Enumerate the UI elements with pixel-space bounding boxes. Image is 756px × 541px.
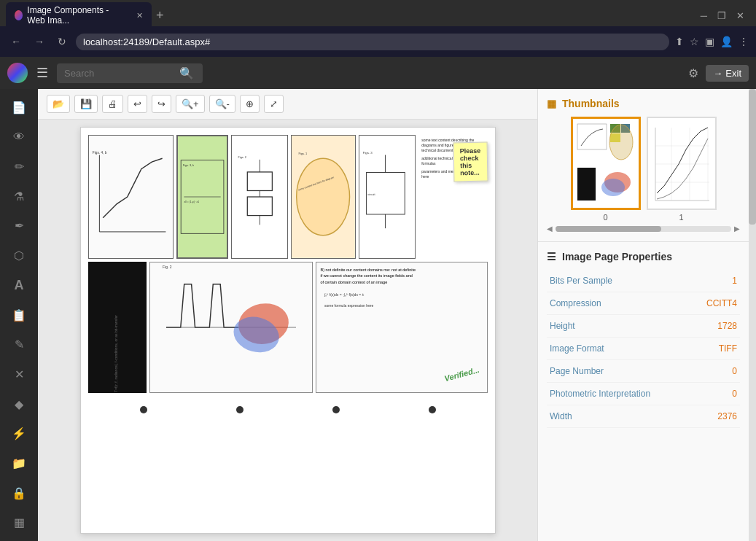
forward-button[interactable]: → — [31, 34, 48, 49]
search-input[interactable] — [64, 68, 174, 79]
print-button[interactable]: 🖨 — [102, 95, 123, 113]
prop-value-photometric: 0 — [732, 389, 737, 399]
sidebar-item-pen[interactable]: ✒ — [4, 214, 34, 239]
svg-text:Figs. 3, b: Figs. 3, b — [182, 164, 194, 167]
share-icon[interactable]: ⬆ — [675, 36, 684, 47]
search-box[interactable]: 🔍 — [57, 63, 203, 83]
zoom-out-button[interactable]: 🔍- — [209, 95, 235, 113]
thumbnail-1[interactable]: 1 — [647, 117, 717, 222]
diagram-box-1: Figs. 4, b — [88, 135, 174, 259]
svg-text:Fig. 2: Fig. 2 — [163, 265, 172, 269]
sidebar-item-text[interactable]: A — [4, 273, 34, 298]
prop-value-bits: 1 — [732, 276, 737, 286]
svg-rect-8 — [247, 197, 272, 216]
redo-button[interactable]: ↪ — [152, 95, 171, 113]
prop-value-pagenumber: 0 — [732, 366, 737, 376]
prop-value-width: 2376 — [717, 411, 737, 421]
note-callout: Pleasecheckthisnote... — [453, 142, 488, 182]
sidebar-item-barcode[interactable]: ▦ — [4, 510, 34, 535]
back-button[interactable]: ← — [7, 34, 25, 49]
bookmark-icon[interactable]: ☆ — [690, 36, 699, 47]
thumbnails-scrollbar-row: ◀ ▶ — [547, 225, 740, 233]
prop-label-compression: Compression — [550, 298, 706, 308]
prop-row-height: Height 1728 — [547, 315, 740, 338]
expand-button[interactable]: ⤢ — [264, 95, 284, 113]
main-scrollbar-thumb — [749, 89, 756, 225]
thumbnails-scrollbar-thumb — [556, 226, 661, 232]
prop-row-format: Image Format TIFF — [547, 338, 740, 360]
diagram-box-4: Figs. 1 some content text here for diagr… — [291, 135, 355, 259]
main-scrollbar[interactable] — [749, 89, 756, 541]
fit-page-button[interactable]: ⊕ — [240, 95, 260, 113]
sidebar-item-edit[interactable]: ✏ — [4, 154, 34, 179]
app-logo — [7, 63, 28, 83]
svg-text:T=f(r, f, radiance), f-conditi: T=f(r, f, radiance), f-conditions, or as… — [114, 315, 118, 392]
left-sidebar: 📄 👁 ✏ ⚗ ✒ ⬡ A 📋 ✎ ✕ ◆ ⚡ 📁 🔒 ▦ — [0, 89, 38, 541]
sidebar-item-eye[interactable]: 👁 — [4, 125, 34, 150]
sidebar-item-cube[interactable]: ⬡ — [4, 243, 34, 268]
svg-rect-34 — [577, 168, 596, 201]
sidebar-item-file[interactable]: 📄 — [4, 95, 34, 120]
thumb-label-1: 1 — [679, 213, 683, 222]
sidebar-item-edit2[interactable]: ✎ — [4, 332, 34, 357]
page-dot-1 — [140, 406, 147, 413]
exit-button[interactable]: → Exit — [706, 65, 749, 82]
thumbnails-icon: ▦ — [547, 98, 556, 109]
thumbnails-scrollbar[interactable] — [556, 226, 731, 232]
app-header: ☰ 🔍 ⚙ → Exit — [0, 57, 756, 89]
note-text: Pleasecheckthisnote... — [460, 147, 481, 176]
svg-point-13 — [297, 158, 350, 235]
prop-row-width: Width 2376 — [547, 405, 740, 428]
sidebar-item-lock[interactable]: 🔒 — [4, 480, 34, 506]
reload-button[interactable]: ↻ — [54, 34, 70, 49]
thumbnail-0[interactable]: 0 — [571, 117, 641, 222]
sidebar-item-folder[interactable]: 📁 — [4, 451, 34, 476]
sidebar-item-lightning[interactable]: ⚡ — [4, 421, 34, 446]
thumb-image-0[interactable] — [571, 117, 641, 210]
prop-label-photometric: Photometric Interpretation — [550, 389, 732, 399]
menu-dots-icon[interactable]: ⋮ — [739, 36, 749, 47]
svg-rect-7 — [247, 172, 272, 191]
svg-text:∫ₐᵇ f(x)dx = -∫ₐᵇ f(x)dx = ±: ∫ₐᵇ f(x)dx = -∫ₐᵇ f(x)dx = ± — [324, 292, 365, 297]
zoom-in-button[interactable]: 🔍+ — [176, 95, 205, 113]
thumb-image-1[interactable] — [647, 117, 717, 210]
address-input[interactable] — [76, 34, 669, 50]
open-button[interactable]: 📂 — [47, 95, 70, 113]
search-icon[interactable]: 🔍 — [179, 66, 194, 80]
tab-close-button[interactable]: ✕ — [136, 11, 143, 20]
prop-value-height: 1728 — [717, 321, 737, 331]
thumb-scroll-right[interactable]: ▶ — [734, 225, 740, 233]
page-dot-2 — [236, 406, 243, 413]
thumb-label-0: 0 — [603, 213, 607, 222]
prop-row-pagenumber: Page Number 0 — [547, 360, 740, 383]
sidebar-item-doc[interactable]: 📋 — [4, 303, 34, 328]
thumbnails-section: ▦ Thumbnails — [538, 89, 749, 242]
thumbnails-grid: 0 — [547, 117, 740, 222]
prop-row-bits: Bits Per Sample 1 — [547, 270, 740, 292]
save-button[interactable]: 💾 — [74, 95, 98, 113]
prop-row-compression: Compression CCITT4 — [547, 292, 740, 315]
hamburger-button[interactable]: ☰ — [36, 65, 48, 81]
sidebar-toggle-icon[interactable]: ▣ — [705, 36, 714, 47]
active-tab[interactable]: Image Components - Web Ima... ✕ — [6, 2, 152, 28]
diagram-box-5: Figs. 3 circuit — [359, 135, 416, 259]
sidebar-item-filter[interactable]: ⚗ — [4, 184, 34, 209]
svg-point-36 — [601, 179, 625, 196]
prop-label-format: Image Format — [550, 343, 719, 354]
properties-title: ☰ Image Page Properties — [547, 251, 740, 262]
sidebar-item-close[interactable]: ✕ — [4, 362, 34, 387]
browser-restore-button[interactable]: ❐ — [717, 10, 726, 21]
new-tab-button[interactable]: + — [156, 9, 164, 22]
document-container: Figs. 4, b Figs. 3, b z0 = (1-p) · z1 — [38, 120, 537, 541]
thumb-scroll-left[interactable]: ◀ — [547, 225, 553, 233]
prop-label-height: Height — [550, 321, 717, 331]
properties-section: ☰ Image Page Properties Bits Per Sample … — [538, 242, 749, 437]
thumbnails-title: ▦ Thumbnails — [547, 98, 740, 109]
profile-icon[interactable]: 👤 — [720, 36, 733, 47]
svg-text:Figs. 3: Figs. 3 — [362, 151, 373, 155]
undo-button[interactable]: ↩ — [128, 95, 147, 113]
browser-close-button[interactable]: ✕ — [736, 10, 744, 21]
browser-minimize-button[interactable]: ─ — [701, 10, 707, 21]
settings-button[interactable]: ⚙ — [688, 66, 698, 80]
sidebar-item-diamond[interactable]: ◆ — [4, 392, 34, 417]
